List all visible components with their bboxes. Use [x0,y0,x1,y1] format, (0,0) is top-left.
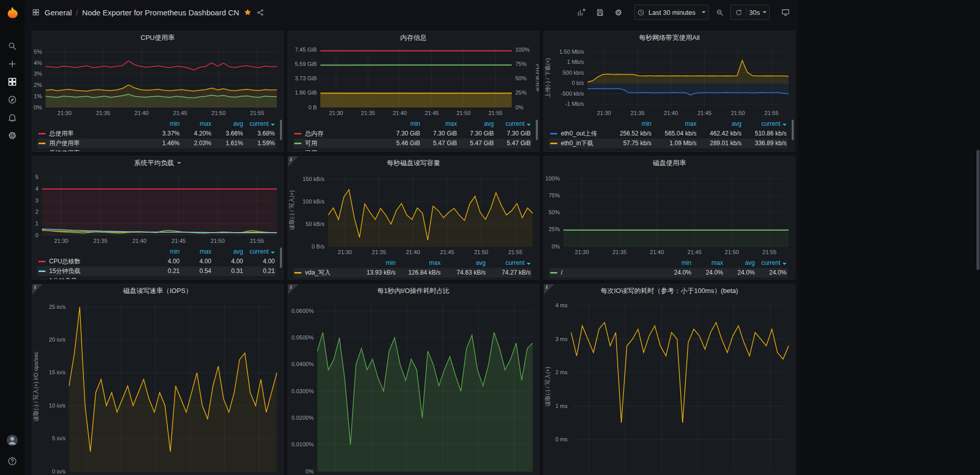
zoom-out-button[interactable] [712,5,727,20]
legend-sort-max[interactable]: max [180,247,211,257]
panel-title[interactable]: 每次IO读写的耗时（参考：小于100ms）(beta) [544,284,795,298]
panel-title[interactable]: 每秒网络带宽使用All [544,31,795,44]
dashboard-settings-button[interactable] [611,5,626,20]
save-dashboard-button[interactable] [592,5,607,20]
time-range-picker[interactable]: Last 30 minutes [634,5,709,20]
legend-sort-current[interactable]: current [243,119,275,129]
share-icon[interactable] [256,9,264,16]
chevron-down-icon [763,11,767,13]
page-scrollbar[interactable] [976,25,980,475]
refresh-button[interactable] [731,5,746,19]
favorite-star-icon[interactable] [244,8,252,16]
chart-io-time-ratio[interactable]: 21:3021:3521:4021:4521:5021:550%0.0100%0… [288,298,539,475]
info-icon: i [290,284,292,290]
chevron-down-icon [177,162,181,164]
legend-sort-min[interactable]: min [148,119,180,129]
breadcrumb-dashboard-title[interactable]: Node Exporter for Prometheus Dashboard C… [82,8,239,17]
chart-disk-iops[interactable]: 21:3021:3521:4021:4521:5021:550 io/s5 io… [32,298,283,475]
legend-series-label[interactable]: eth0_out上传 [550,129,606,139]
refresh-interval-dropdown[interactable]: 30s [747,5,769,19]
legend-sort-max[interactable]: max [651,119,696,129]
sort-caret-icon [271,252,275,254]
legend-sort-max[interactable]: max [691,258,723,268]
legend-series-label[interactable]: 用户使用率 [38,139,148,148]
legend-series-label[interactable]: 系统使用率 [38,148,148,151]
legend-sort-max[interactable]: max [396,258,441,268]
legend-sort-min[interactable]: min [351,258,396,268]
svg-text:50%: 50% [515,75,527,81]
legend-scrollbar[interactable] [280,120,282,140]
legend-sort-max[interactable]: max [180,119,211,129]
svg-text:21:55: 21:55 [765,110,779,116]
page-scrollbar-thumb[interactable] [976,150,979,270]
chart-io-latency[interactable]: 21:3021:3521:4021:4521:5021:550 ms1 ms2 … [544,298,795,475]
legend-series-label[interactable]: 15分钟负载 [38,266,148,276]
panel-title-text: 系统平均负载 [134,159,174,168]
legend-sort-min[interactable]: min [383,119,420,129]
panel-title[interactable]: 每1秒内I/O操作耗时占比 [288,284,539,298]
panel-title[interactable]: 每秒磁盘读写容量 [288,156,539,170]
grafana-logo[interactable] [0,0,25,25]
sidebar-item-create[interactable] [0,55,25,73]
legend-sort-avg[interactable]: avg [457,119,494,129]
panel-title[interactable]: 磁盘使用率 [544,156,795,170]
legend-sort-min[interactable]: min [148,247,180,257]
legend-series-label[interactable]: eth0_in下载 [550,139,606,148]
legend-sort-current[interactable]: current [742,119,787,129]
legend-scrollbar[interactable] [792,120,794,140]
legend-series-label[interactable]: / [550,268,660,278]
legend-sort-avg[interactable]: avg [723,258,755,268]
sidebar-item-profile[interactable] [0,431,25,449]
sidebar-item-configuration[interactable] [0,126,25,144]
legend-sort-current[interactable]: current [755,258,787,268]
legend-series-label[interactable]: vda_写入 [294,268,351,278]
search-icon [7,41,17,51]
legend-sort-current[interactable]: current [486,258,531,268]
legend-sort-min[interactable]: min [606,119,651,129]
breadcrumb-folder[interactable]: General [45,8,72,17]
chart-svg: 21:3021:3521:4021:4521:5021:550%25%50%75… [544,170,795,258]
panel-title[interactable]: 磁盘读写速率（IOPS） [32,284,283,298]
series-name: CPU总核数 [49,257,80,266]
svg-text:21:50: 21:50 [725,249,739,255]
svg-text:21:30: 21:30 [597,110,611,116]
legend-series-label[interactable]: CPU总核数 [38,257,148,266]
legend-scrollbar[interactable] [536,120,538,140]
legend-stat-value: 2.03% [180,139,211,148]
legend-stat-value: 7.30 GiB [457,129,494,139]
legend-stat-value: 1.59% [243,139,275,148]
chart-memory-info[interactable]: 21:3021:3521:4021:4521:5021:550 B1.86 Gi… [288,44,539,119]
panel-title[interactable]: CPU使用率 [32,31,283,44]
add-panel-button[interactable] [574,5,589,20]
panel-title[interactable]: 内存信息 [288,31,539,44]
sidebar-item-help[interactable] [0,452,25,470]
legend-series-label[interactable]: 已用 [294,148,383,151]
sidebar-item-dashboards[interactable] [0,73,25,91]
panel-title[interactable]: 系统平均负载 [32,156,283,170]
legend-sort-current[interactable]: current [243,247,275,257]
chart-network-bandwidth[interactable]: 21:3021:3521:4021:4521:5021:55-1 Mb/s-50… [544,44,795,119]
legend-series-label[interactable]: 总内存 [294,129,383,139]
legend-sort-min[interactable]: min [660,258,691,268]
legend-scrollbar[interactable] [280,247,282,268]
legend-series-label[interactable]: 1分钟负载 [38,276,148,279]
chart-disk-usage[interactable]: 21:3021:3521:4021:4521:5021:550%25%50%75… [544,170,795,258]
chart-system-load-average[interactable]: 21:3021:3521:4021:4521:5021:55012345 [32,170,283,246]
svg-text:21:50: 21:50 [211,238,225,244]
chart-cpu-usage[interactable]: 21:3021:3521:4021:4521:5021:550%1%2%3%4%… [32,44,283,119]
legend-sort-avg[interactable]: avg [211,247,243,257]
legend-sort-current[interactable]: current [494,119,531,129]
legend-stat-value: 7.30 GiB [420,129,457,139]
legend-series-label[interactable]: 可用 [294,139,383,148]
gear-icon [7,130,17,141]
chart-disk-rw-bytes[interactable]: 21:3021:3521:4021:4521:5021:550 B/s50 kB… [288,170,539,258]
legend-sort-avg[interactable]: avg [441,258,486,268]
sidebar-item-search[interactable] [0,37,25,55]
cycle-view-button[interactable] [778,5,793,20]
legend-sort-max[interactable]: max [420,119,457,129]
legend-sort-avg[interactable]: avg [696,119,742,129]
sidebar-item-explore[interactable] [0,91,25,108]
sidebar-item-alerting[interactable] [0,108,25,126]
legend-sort-avg[interactable]: avg [211,119,243,129]
legend-series-label[interactable]: 总使用率 [38,129,148,139]
